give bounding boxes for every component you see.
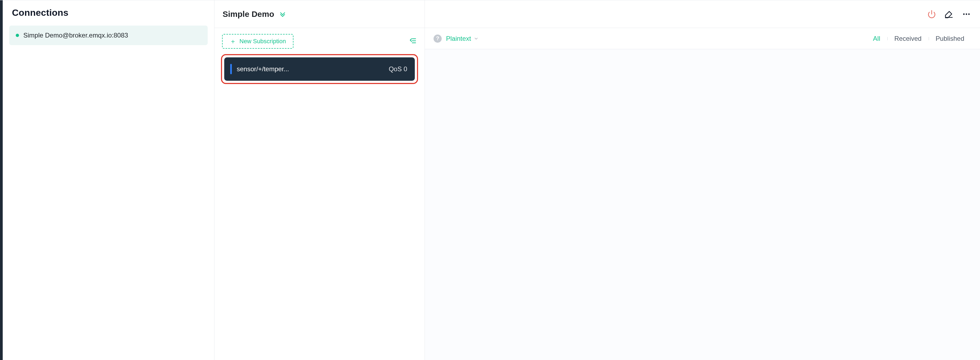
new-subscription-label: New Subscription [239,38,286,45]
subscription-qos: QoS 0 [389,65,407,73]
svg-point-6 [968,13,970,15]
svg-point-4 [963,13,964,15]
filter-tab-published[interactable]: Published [929,35,971,42]
more-options-button[interactable] [961,9,972,19]
collapse-list-icon[interactable] [409,37,417,46]
expand-connection-icon[interactable] [279,11,286,18]
messages-panel: ? Plaintext All Received Published [425,0,980,360]
message-filter-bar: ? Plaintext All Received Published [425,28,980,49]
payload-format-label: Plaintext [446,35,471,42]
messages-header [425,0,980,28]
plus-icon: ＋ [230,38,236,45]
subscription-item[interactable]: sensor/+/temper... QoS 0 [224,58,415,81]
edit-connection-button[interactable] [943,9,955,19]
subscription-list: sensor/+/temper... QoS 0 [215,53,425,91]
help-icon[interactable]: ? [434,35,442,43]
connection-header: Simple Demo [215,0,425,28]
connections-title: Connections [12,7,205,18]
message-filter-tabs: All Received Published [866,35,971,42]
topic-color-indicator [230,64,232,74]
payload-format-select[interactable]: Plaintext [446,35,479,42]
connection-title: Simple Demo [223,10,274,19]
subscriptions-toolbar: ＋ New Subscription [215,28,425,53]
subscription-topic: sensor/+/temper... [237,65,289,73]
status-online-icon [16,34,19,37]
connections-list: Simple Demo@broker.emqx.io:8083 [3,22,214,49]
filter-tab-received[interactable]: Received [888,35,929,42]
svg-point-5 [966,13,967,15]
messages-body [425,49,980,360]
connection-item[interactable]: Simple Demo@broker.emqx.io:8083 [9,26,208,45]
connection-item-label: Simple Demo@broker.emqx.io:8083 [23,32,128,39]
filter-tab-all[interactable]: All [866,35,888,42]
chevron-down-icon [474,36,479,41]
subscription-item-highlight: sensor/+/temper... QoS 0 [221,54,418,84]
power-icon [928,10,936,19]
subscriptions-panel: Simple Demo ＋ New Subscription [215,0,425,360]
connections-header: Connections [3,0,214,22]
disconnect-button[interactable] [926,9,937,19]
edit-icon [945,10,953,19]
connections-panel: Connections Simple Demo@broker.emqx.io:8… [3,0,215,360]
app-nav-strip [0,0,3,360]
new-subscription-button[interactable]: ＋ New Subscription [222,34,293,49]
more-icon [962,10,971,19]
